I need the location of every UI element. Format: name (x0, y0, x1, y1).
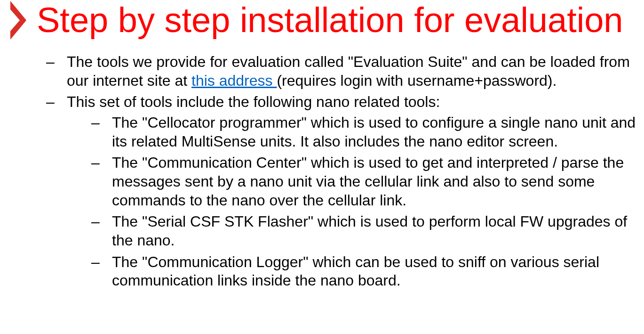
title-row: Step by step installation for evaluation (9, 0, 644, 41)
sub-bullet-2: The "Communication Center" which is used… (91, 154, 644, 212)
sub-bullet-1: The "Cellocator programmer" which is use… (91, 114, 644, 154)
arrow-icon (9, 0, 35, 41)
sub-bullet-3: The "Serial CSF STK Flasher" which is us… (91, 212, 644, 253)
link-this-address[interactable]: this address (191, 72, 277, 89)
bullet-list: The tools we provide for evaluation call… (9, 41, 644, 296)
sub-bullet-list: The "Cellocator programmer" which is use… (67, 112, 644, 293)
slide: Step by step installation for evaluation… (0, 0, 644, 334)
bullet-item-2: This set of tools include the following … (46, 93, 644, 296)
bullet-2-text: This set of tools include the following … (67, 93, 440, 110)
bullet-1-post: (requires login with username+password). (277, 72, 557, 89)
bullet-item-1: The tools we provide for evaluation call… (46, 53, 644, 93)
sub-bullet-4: The "Communication Logger" which can be … (91, 253, 644, 293)
slide-title: Step by step installation for evaluation (37, 3, 623, 38)
